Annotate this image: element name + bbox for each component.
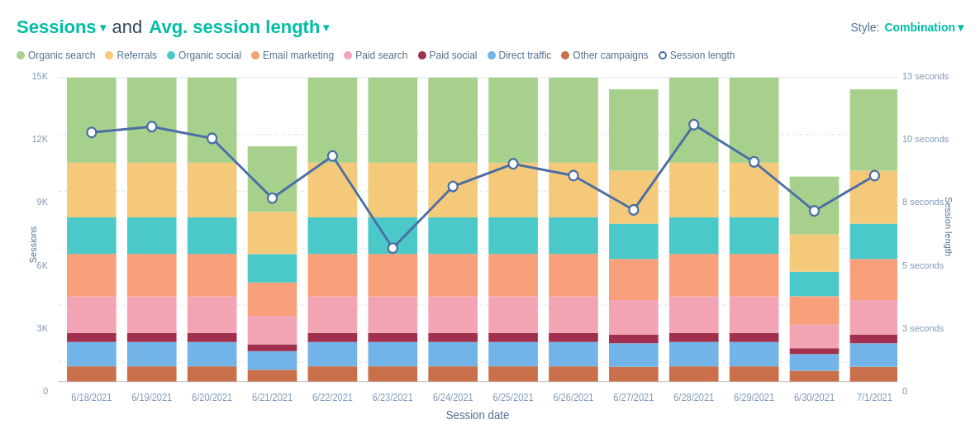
- svg-rect-16: [127, 342, 177, 366]
- svg-rect-21: [127, 163, 177, 217]
- svg-rect-9: [67, 333, 117, 342]
- x-label-14: 7/1/2021: [857, 393, 892, 403]
- legend-session-length: Session length: [659, 50, 735, 61]
- bar-9: [549, 78, 598, 382]
- x-label-11: 6/28/2021: [673, 393, 714, 403]
- referrals-dot: [105, 51, 113, 60]
- bar-1: [67, 78, 117, 382]
- left-axis-wrapper: Sessions 15K 12K 9K 6K 3K 0: [17, 68, 58, 421]
- style-dropdown[interactable]: Combination ▾: [884, 21, 963, 34]
- svg-rect-20: [127, 217, 177, 254]
- svg-rect-93: [669, 163, 719, 217]
- svg-rect-104: [790, 354, 840, 370]
- svg-rect-31: [248, 369, 297, 381]
- y-right-10s: 10 seconds: [902, 134, 949, 144]
- line-dot-9: [568, 171, 578, 181]
- svg-rect-26: [188, 297, 237, 333]
- svg-rect-107: [790, 296, 840, 324]
- sessions-dropdown[interactable]: Sessions ▾: [17, 17, 106, 38]
- svg-rect-33: [248, 344, 297, 350]
- svg-rect-60: [428, 217, 478, 254]
- svg-rect-11: [67, 254, 117, 296]
- svg-rect-13: [67, 163, 117, 217]
- svg-rect-112: [850, 343, 897, 366]
- y-left-6k: 6K: [37, 260, 48, 270]
- legend-direct-traffic: Direct traffic: [488, 50, 552, 61]
- line-dot-6: [388, 243, 397, 253]
- svg-rect-40: [308, 342, 358, 366]
- svg-rect-101: [730, 163, 779, 217]
- y-right-5s: 5 seconds: [902, 260, 944, 270]
- svg-rect-72: [549, 342, 598, 366]
- svg-rect-79: [609, 367, 659, 382]
- bar-8: [488, 78, 538, 382]
- x-label-4: 6/21/2021: [252, 393, 293, 403]
- svg-rect-99: [730, 254, 779, 296]
- direct-traffic-dot: [488, 51, 496, 60]
- svg-rect-88: [669, 342, 719, 366]
- legend: Organic search Referrals Organic social …: [17, 50, 963, 61]
- avg-session-dropdown[interactable]: Avg. session length ▾: [149, 17, 329, 38]
- svg-rect-105: [790, 348, 840, 354]
- y-axis-left-label: Sessions: [28, 226, 38, 263]
- y-left-0: 0: [43, 386, 48, 396]
- x-label-8: 6/25/2021: [493, 393, 534, 403]
- svg-rect-30: [188, 78, 237, 163]
- avg-session-chevron-icon: ▾: [323, 21, 329, 34]
- paid-social-label: Paid social: [430, 50, 478, 61]
- svg-rect-48: [368, 342, 417, 366]
- svg-rect-100: [730, 217, 779, 254]
- svg-rect-56: [428, 342, 478, 366]
- svg-rect-75: [549, 254, 598, 296]
- and-text: and: [112, 17, 143, 38]
- svg-rect-92: [669, 217, 719, 254]
- line-dot-11: [689, 120, 698, 130]
- legend-other-campaigns: Other campaigns: [561, 50, 648, 61]
- svg-rect-83: [609, 259, 659, 300]
- bar-12: [730, 78, 779, 382]
- svg-rect-113: [850, 335, 897, 344]
- svg-rect-68: [488, 217, 538, 254]
- y-left-12k: 12K: [31, 134, 48, 144]
- svg-rect-39: [308, 366, 358, 381]
- svg-rect-57: [428, 333, 478, 342]
- x-label-6: 6/23/2021: [373, 393, 413, 403]
- x-label-13: 6/30/2021: [794, 393, 835, 403]
- paid-social-dot: [418, 51, 426, 60]
- svg-rect-41: [308, 333, 358, 342]
- svg-rect-118: [850, 89, 897, 170]
- avg-session-label: Avg. session length: [149, 17, 320, 38]
- svg-rect-45: [308, 163, 358, 217]
- x-label-1: 6/18/2021: [71, 393, 112, 403]
- svg-rect-28: [188, 217, 237, 254]
- svg-rect-114: [850, 300, 897, 335]
- svg-rect-63: [488, 366, 538, 381]
- svg-rect-37: [248, 212, 297, 254]
- right-axis-wrapper: 13 seconds 10 seconds 8 seconds 5 second…: [897, 68, 963, 421]
- svg-rect-80: [609, 343, 659, 366]
- y-right-0: 0: [902, 386, 907, 396]
- organic-social-dot: [167, 51, 175, 60]
- svg-rect-24: [188, 342, 237, 366]
- svg-rect-10: [67, 297, 117, 333]
- x-label-7: 6/24/2021: [433, 393, 473, 403]
- bar-10: [609, 89, 659, 381]
- svg-rect-109: [790, 235, 840, 272]
- svg-rect-22: [127, 78, 177, 163]
- svg-rect-15: [127, 366, 177, 381]
- svg-rect-78: [549, 78, 598, 163]
- legend-organic-search: Organic search: [17, 50, 95, 61]
- svg-rect-43: [308, 254, 358, 296]
- line-dot-2: [147, 122, 156, 131]
- svg-rect-65: [488, 333, 538, 342]
- svg-rect-46: [308, 78, 358, 163]
- bar-5: [308, 78, 358, 382]
- svg-rect-58: [428, 297, 478, 333]
- svg-rect-116: [850, 224, 897, 260]
- y-axis-right-label: Session length: [944, 197, 954, 256]
- svg-rect-27: [188, 254, 237, 296]
- y-left-3k: 3K: [37, 323, 48, 333]
- svg-rect-95: [730, 366, 779, 381]
- svg-rect-62: [428, 78, 478, 163]
- line-dot-13: [810, 206, 819, 216]
